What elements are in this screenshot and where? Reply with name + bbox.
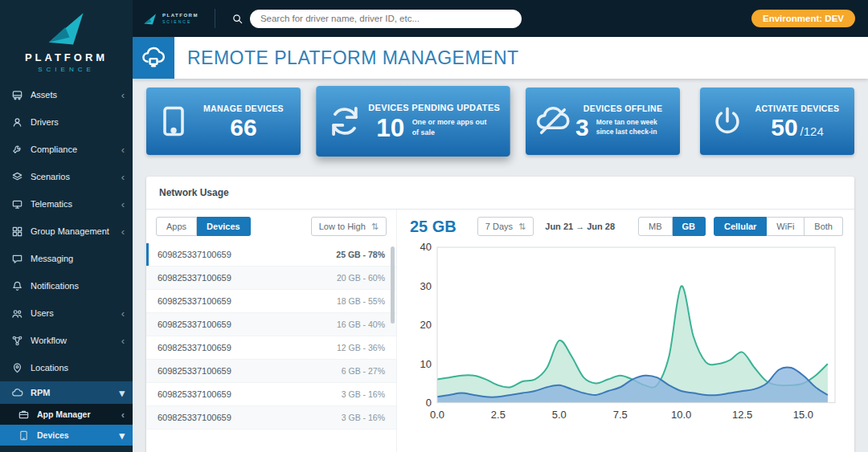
page-content: MANAGE DEVICES66DEVICES PENDING UPDATES1… <box>133 79 868 452</box>
network-usage-panel: Network Usage AppsDevices Low to High ⇅ … <box>146 177 854 452</box>
device-id: 609825337100659 <box>158 389 231 399</box>
sidebar-item-workflow[interactable]: Workflow‹ <box>0 327 133 354</box>
sidebar-item-app-manager[interactable]: App Manager‹ <box>0 404 133 425</box>
stat-card-value: 50 <box>771 116 797 140</box>
device-row[interactable]: 60982533710065916 GB - 40% <box>146 313 396 336</box>
sidebar-item-assets[interactable]: Assets‹ <box>0 81 133 108</box>
sidebar-item-telematics[interactable]: Telematics‹ <box>0 190 133 218</box>
stat-card-title: DEVICES OFFLINE <box>583 104 662 113</box>
usage-chart: 0102030400.02.55.07.510.012.515.0 <box>410 241 843 426</box>
drivers-icon <box>11 116 23 128</box>
stat-card-manage-devices[interactable]: MANAGE DEVICES66 <box>146 88 301 155</box>
svg-text:0: 0 <box>426 397 432 409</box>
sidebar-item-label: Locations <box>31 363 117 373</box>
device-row[interactable]: 60982533710065925 GB - 78% <box>146 243 396 267</box>
stat-card-total: /124 <box>800 124 824 138</box>
network-toggle-option-cellular[interactable]: Cellular <box>714 217 767 236</box>
svg-text:40: 40 <box>420 241 432 253</box>
stat-card-devices-pending-updates[interactable]: DEVICES PENDING UPDATES10One or more app… <box>316 86 510 157</box>
device-row[interactable]: 6098253371006593 GB - 16% <box>146 383 396 406</box>
device-usage: 3 GB - 16% <box>342 413 385 422</box>
sidebar-item-label: Drivers <box>31 117 117 127</box>
sidebar-item-users[interactable]: Users‹ <box>0 299 133 327</box>
chevron-left-icon: ‹ <box>121 336 125 346</box>
network-toggle-option-wifi[interactable]: WiFi <box>767 217 805 236</box>
sidebar-nav: Assets‹DriversCompliance‹Scenarios‹Telem… <box>0 81 133 452</box>
sidebar-item-scenarios[interactable]: Scenarios‹ <box>0 163 133 190</box>
device-row[interactable]: 6098253371006593 GB - 16% <box>146 406 396 430</box>
network-toggle-option-both[interactable]: Both <box>805 217 843 236</box>
period-dropdown[interactable]: 7 Days ⇅ <box>477 217 534 236</box>
sidebar-item-messaging[interactable]: Messaging <box>0 245 133 272</box>
device-row[interactable]: 6098253371006596 GB - 27% <box>146 360 396 383</box>
usage-chart-column: 25 GB 7 Days ⇅ Jun 21 → Jun 28 MBGB Cell… <box>397 210 854 452</box>
sidebar-item-compliance[interactable]: Compliance‹ <box>0 136 133 163</box>
app-manager-icon <box>18 409 30 421</box>
sidebar-item-label: Messaging <box>31 254 117 263</box>
list-scrollbar[interactable] <box>391 246 395 324</box>
sidebar-item-devices[interactable]: Devices▾ <box>0 425 133 446</box>
svg-text:5.0: 5.0 <box>552 409 567 421</box>
device-id: 609825337100659 <box>158 250 231 259</box>
topbar-divider <box>215 9 215 28</box>
device-id: 609825337100659 <box>158 343 231 352</box>
sidebar-item-label: Compliance <box>31 145 114 154</box>
sidebar-item-label: Users <box>31 308 114 318</box>
sidebar-item-label: Scenarios <box>31 172 114 181</box>
view-toggle-option-devices[interactable]: Devices <box>197 217 251 236</box>
sidebar-item-group-management[interactable]: Group Management‹ <box>0 218 133 245</box>
sidebar-item-label: Workflow <box>31 336 114 345</box>
sidebar-item-label: Notifications <box>31 281 117 291</box>
sort-arrows-icon: ⇅ <box>371 222 379 231</box>
sidebar-item-label: Devices <box>37 430 112 440</box>
chevron-left-icon: ‹ <box>121 90 125 100</box>
device-row[interactable]: 60982533710065920 GB - 60% <box>146 267 396 290</box>
date-range: Jun 21 → Jun 28 <box>545 222 615 231</box>
stat-card-devices-offline[interactable]: DEVICES OFFLINE3More tan one week since … <box>526 88 680 155</box>
device-row[interactable]: 60982533710065912 GB - 36% <box>146 336 396 360</box>
device-row[interactable]: 60982533710065918 GB - 55% <box>146 290 396 313</box>
search-input[interactable] <box>250 10 522 28</box>
sidebar-item-rpm[interactable]: RPM▾ <box>0 381 133 404</box>
cloud-offline-icon <box>535 104 571 139</box>
stat-cards-row: MANAGE DEVICES66DEVICES PENDING UPDATES1… <box>146 88 854 155</box>
stat-card-subtitle: One or more apps out of sale <box>412 118 493 137</box>
view-toggle-option-apps[interactable]: Apps <box>156 217 197 236</box>
panel-title: Network Usage <box>146 177 854 210</box>
stat-card-value: 10 <box>376 115 404 140</box>
unit-toggle: MBGB <box>638 217 706 236</box>
environment-badge[interactable]: Environment: DEV <box>751 10 855 27</box>
svg-text:15.0: 15.0 <box>793 409 813 421</box>
stat-card-title: MANAGE DEVICES <box>203 104 284 113</box>
chevron-down-icon: ▾ <box>119 430 125 441</box>
page-title: REMOTE PLATFORM MANAGEMENT <box>187 47 519 69</box>
power-icon <box>710 104 745 139</box>
svg-text:10: 10 <box>420 358 432 370</box>
sidebar-item-locations[interactable]: Locations <box>0 354 133 381</box>
messaging-icon <box>11 253 23 265</box>
sidebar-item-drivers[interactable]: Drivers <box>0 108 133 136</box>
sidebar: PLATFORM SCIENCE Assets‹DriversComplianc… <box>0 0 133 452</box>
rpm-icon <box>11 387 23 399</box>
stat-card-activate-devices[interactable]: ACTIVATE DEVICES50/124 <box>700 88 854 155</box>
svg-text:0.0: 0.0 <box>430 409 444 421</box>
brand-name: PLATFORM <box>0 51 133 63</box>
sidebar-item-notifications[interactable]: Notifications <box>0 272 133 299</box>
unit-toggle-option-gb[interactable]: GB <box>673 217 706 236</box>
period-label: 7 Days <box>485 222 513 231</box>
sort-label: Low to High <box>319 222 366 231</box>
chevron-left-icon: ‹ <box>121 172 125 182</box>
main-column: PLATFORM SCIENCE Environment: DEV REMOTE… <box>133 0 868 452</box>
sort-dropdown[interactable]: Low to High ⇅ <box>311 217 387 236</box>
period-arrows-icon: ⇅ <box>518 222 526 231</box>
device-id: 609825337100659 <box>158 366 231 376</box>
device-list-column: AppsDevices Low to High ⇅ 60982533710065… <box>146 210 397 452</box>
telematics-icon <box>11 198 23 210</box>
unit-toggle-option-mb[interactable]: MB <box>638 217 673 236</box>
device-id: 609825337100659 <box>158 413 231 422</box>
network-toggle: CellularWiFiBoth <box>714 217 843 236</box>
svg-text:30: 30 <box>420 280 432 292</box>
assets-icon <box>11 89 23 101</box>
selected-usage-total: 25 GB <box>410 218 457 236</box>
device-id: 609825337100659 <box>158 296 231 306</box>
